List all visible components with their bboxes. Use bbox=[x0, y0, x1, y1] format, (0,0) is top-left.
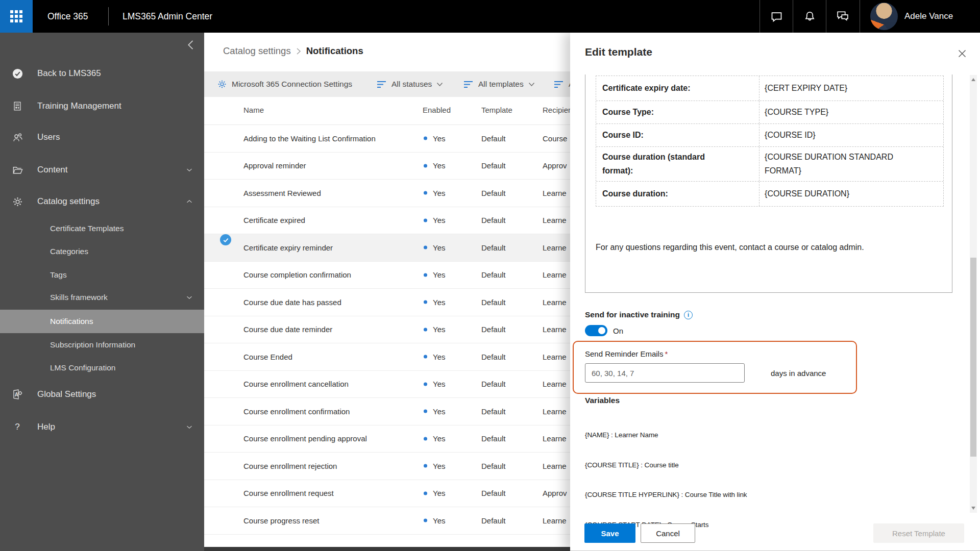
template-editor[interactable]: Certificate expiry date: {CERT EXPIRY DA… bbox=[585, 74, 952, 293]
column-header-name[interactable]: Name bbox=[243, 104, 264, 115]
scroll-up-icon[interactable] bbox=[971, 78, 975, 81]
template-table-row: Course ID: {COURSE ID} bbox=[596, 124, 943, 147]
chevron-down-icon bbox=[528, 82, 535, 87]
topbar-divider bbox=[860, 0, 860, 33]
filter-all-templates[interactable]: All templates bbox=[463, 71, 535, 97]
enabled-dot bbox=[424, 191, 427, 195]
sidebar-item-subscription-information[interactable]: Subscription Information bbox=[0, 335, 204, 355]
variable-line: {COURSE TITLE HYPERLINK} : Course Title … bbox=[585, 490, 747, 500]
sidebar-item-label: Skills framework bbox=[50, 287, 108, 308]
template-table-row: Certificate expiry date: {CERT EXPIRY DA… bbox=[596, 76, 943, 101]
chevron-down-icon bbox=[185, 165, 194, 174]
info-icon[interactable]: i bbox=[684, 311, 693, 319]
sidebar: Back to LMS365 Training Management Users… bbox=[0, 33, 204, 551]
required-asterisk: * bbox=[665, 349, 668, 358]
panel-title: Edit template bbox=[585, 46, 652, 58]
sidebar-item-label: Certificate Templates bbox=[50, 218, 124, 239]
enabled-dot bbox=[424, 410, 427, 413]
document-icon bbox=[11, 100, 23, 112]
sidebar-item-back-to-lms365[interactable]: Back to LMS365 bbox=[0, 63, 204, 84]
template-table-row: Course duration (standard format): {COUR… bbox=[596, 147, 943, 182]
topbar-divider bbox=[108, 7, 109, 26]
sidebar-item-label: Global Settings bbox=[37, 384, 96, 405]
column-header-enabled[interactable]: Enabled bbox=[423, 104, 451, 115]
template-field-label: Course duration: bbox=[602, 187, 668, 201]
template-field-value: {COURSE DURATION STANDARD FORMAT} bbox=[765, 151, 918, 178]
template-field-label: Course duration (standard format): bbox=[602, 151, 727, 178]
sidebar-item-lms-configuration[interactable]: LMS Configuration bbox=[0, 358, 204, 378]
inactive-training-toggle[interactable] bbox=[585, 325, 607, 336]
waffle-icon bbox=[10, 10, 22, 22]
days-in-advance-label: days in advance bbox=[771, 363, 826, 383]
sidebar-item-categories[interactable]: Categories bbox=[0, 241, 204, 262]
sidebar-item-label: Subscription Information bbox=[50, 335, 135, 355]
template-table-row: Course Type: {COURSE TYPE} bbox=[596, 101, 943, 124]
brand-office365[interactable]: Office 365 bbox=[47, 0, 88, 33]
close-button[interactable] bbox=[957, 48, 968, 59]
lms365-admin-screen: Office 365 LMS365 Admin Center Adele Van… bbox=[0, 0, 980, 551]
sidebar-item-training-management[interactable]: Training Management bbox=[0, 96, 204, 116]
sidebar-item-skills-framework[interactable]: Skills framework bbox=[0, 287, 204, 308]
filter-icon bbox=[554, 81, 564, 88]
send-reminder-emails-label: Send Reminder Emails* bbox=[585, 349, 668, 358]
enabled-dot bbox=[424, 491, 427, 495]
template-field-value: {COURSE DURATION} bbox=[765, 187, 849, 201]
breadcrumb-catalog-settings[interactable]: Catalog settings bbox=[223, 45, 291, 57]
edit-template-panel: Edit template Certificate expiry date: {… bbox=[570, 33, 980, 551]
template-variable-table: Certificate expiry date: {CERT EXPIRY DA… bbox=[596, 76, 944, 207]
sidebar-item-catalog-settings[interactable]: Catalog settings bbox=[0, 191, 204, 212]
gear-icon bbox=[11, 195, 23, 208]
enabled-dot bbox=[424, 355, 427, 359]
scroll-down-icon[interactable] bbox=[971, 507, 975, 510]
reminder-days-input[interactable] bbox=[585, 363, 745, 383]
reset-template-button[interactable]: Reset Template bbox=[873, 523, 964, 543]
feedback-button[interactable] bbox=[826, 0, 859, 33]
breadcrumb-notifications: Notifications bbox=[306, 45, 363, 57]
filter-label: All statuses bbox=[391, 80, 432, 89]
filter-label: All templates bbox=[478, 80, 524, 89]
avatar[interactable] bbox=[870, 3, 898, 30]
connection-settings-button[interactable]: Microsoft 365 Connection Settings bbox=[217, 71, 352, 97]
save-button[interactable]: Save bbox=[584, 523, 635, 543]
sidebar-item-global-settings[interactable]: A Global Settings bbox=[0, 384, 204, 405]
sidebar-item-certificate-templates[interactable]: Certificate Templates bbox=[0, 218, 204, 239]
connection-settings-label: Microsoft 365 Connection Settings bbox=[232, 80, 352, 89]
template-note: For any questions regarding this event, … bbox=[596, 243, 930, 252]
enabled-dot bbox=[424, 382, 427, 386]
column-header-template[interactable]: Template bbox=[481, 104, 512, 115]
breadcrumb: Catalog settings Notifications bbox=[223, 44, 363, 58]
chevron-left-icon bbox=[184, 38, 198, 52]
scrollbar-thumb[interactable] bbox=[970, 258, 976, 457]
notifications-button[interactable] bbox=[793, 0, 826, 33]
sidebar-item-help[interactable]: ? Help bbox=[0, 417, 204, 437]
sidebar-item-label: Back to LMS365 bbox=[37, 63, 101, 84]
user-name[interactable]: Adele Vance bbox=[904, 0, 953, 33]
selected-check-icon[interactable] bbox=[220, 234, 231, 245]
send-for-inactive-training-label: Send for inactive training i bbox=[585, 310, 693, 320]
variable-line: {NAME} : Learner Name bbox=[585, 430, 747, 440]
svg-text:A: A bbox=[15, 392, 18, 397]
cancel-button[interactable]: Cancel bbox=[641, 523, 695, 543]
filter-icon bbox=[463, 81, 474, 88]
sidebar-item-notifications[interactable]: Notifications bbox=[0, 310, 204, 333]
enabled-dot bbox=[424, 300, 427, 304]
sidebar-item-label: Notifications bbox=[50, 310, 93, 333]
app-title: LMS365 Admin Center bbox=[122, 0, 212, 33]
sidebar-item-label: LMS Configuration bbox=[50, 358, 115, 378]
filter-all-statuses[interactable]: All statuses bbox=[377, 71, 443, 97]
variables-title: Variables bbox=[585, 396, 620, 405]
chevron-down-icon bbox=[185, 422, 194, 432]
app-launcher-button[interactable] bbox=[0, 0, 33, 33]
reminder-highlight-box: Send Reminder Emails* days in advance bbox=[573, 341, 857, 394]
sidebar-item-tags[interactable]: Tags bbox=[0, 265, 204, 285]
enabled-dot bbox=[424, 246, 427, 249]
sidebar-item-content[interactable]: Content bbox=[0, 160, 204, 180]
sidebar-item-label: Catalog settings bbox=[37, 191, 100, 212]
panel-scrollbar[interactable] bbox=[970, 75, 977, 513]
sidebar-collapse-button[interactable] bbox=[184, 38, 198, 52]
chevron-right-icon bbox=[296, 47, 301, 55]
chat-button[interactable] bbox=[760, 0, 793, 33]
language-settings-icon: A bbox=[11, 388, 23, 400]
sidebar-item-users[interactable]: Users bbox=[0, 127, 204, 147]
enabled-dot bbox=[424, 164, 427, 167]
